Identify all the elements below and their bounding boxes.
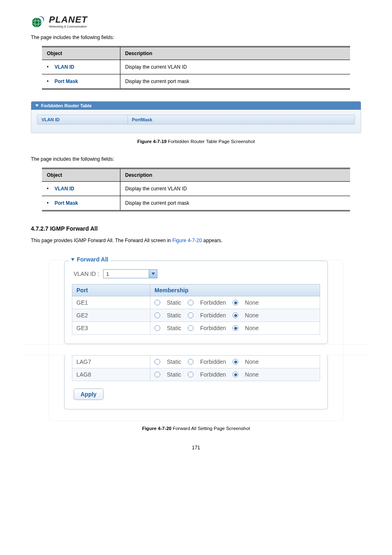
brand-logo: PLANET Networking & Communication xyxy=(31,14,361,28)
table-break xyxy=(25,344,367,356)
col-vlan-id: VLAN ID xyxy=(37,115,128,124)
forward-all-fieldset-bottom: LAG7 Static Forbidden None LAG8 xyxy=(64,355,328,409)
port-cell: GE3 xyxy=(72,322,150,335)
table-row: GE2 Static Forbidden None xyxy=(72,309,320,322)
table-row: • VLAN ID Display the current VLAN ID xyxy=(42,60,350,74)
th-membership: Membership xyxy=(150,284,320,296)
forbidden-router-panel: Forbbiden Router Table VLAN ID PortMask xyxy=(31,101,361,133)
table-row: • VLAN ID Display the current VLAN ID xyxy=(42,182,350,196)
intro-text-1: The page includes the following fields: xyxy=(31,35,361,40)
radio-static[interactable] xyxy=(154,372,160,377)
dropdown-button[interactable] xyxy=(149,270,157,278)
vlan-id-value: 1 xyxy=(104,271,149,277)
radio-none[interactable] xyxy=(233,359,238,365)
forward-all-panel: Forward All VLAN ID : 1 Port Membership xyxy=(49,261,343,420)
obj-desc: Display the current port mask xyxy=(120,74,350,89)
table-row: GE3 Static Forbidden None xyxy=(72,322,320,335)
table-row: LAG7 Static Forbidden None xyxy=(72,356,320,368)
chevron-down-icon xyxy=(152,273,155,275)
object-description-table-1: Object Description • VLAN ID Display the… xyxy=(42,46,350,90)
radio-forbidden[interactable] xyxy=(188,325,194,331)
table-row: GE1 Static Forbidden None xyxy=(72,296,320,309)
radio-none[interactable] xyxy=(233,312,238,318)
vlan-id-select[interactable]: 1 xyxy=(103,269,157,278)
obj-desc: Display the current VLAN ID xyxy=(120,60,350,74)
panel-title-bar[interactable]: Forbbiden Router Table xyxy=(31,102,361,110)
port-cell: LAG8 xyxy=(72,368,150,381)
figure-caption-1: Figure 4-7-19 Forbidden Router Table Pag… xyxy=(31,139,361,144)
section-text: This page provides IGMP Forward All. The… xyxy=(31,238,361,243)
col-port-mask: PortMask xyxy=(128,115,355,124)
radio-none[interactable] xyxy=(233,325,238,331)
forward-all-table-top: Port Membership GE1 Static Forbidden Non… xyxy=(72,284,320,335)
forward-all-fieldset: Forward All VLAN ID : 1 Port Membership xyxy=(64,261,328,344)
th-description: Description xyxy=(120,169,350,182)
object-description-table-2: Object Description • VLAN ID Display the… xyxy=(42,168,350,211)
radio-forbidden[interactable] xyxy=(188,300,194,305)
radio-static[interactable] xyxy=(154,300,160,305)
figure-link[interactable]: Figure 4-7-20 xyxy=(172,238,202,243)
port-cell: GE1 xyxy=(72,296,150,309)
radio-forbidden[interactable] xyxy=(188,372,194,377)
apply-button[interactable]: Apply xyxy=(74,388,104,400)
logo-name: PLANET xyxy=(49,15,88,24)
vlan-id-label: VLAN ID : xyxy=(74,271,99,277)
th-port: Port xyxy=(72,284,150,296)
table-row: • Port Mask Display the current port mas… xyxy=(42,74,350,89)
radio-label-none: None xyxy=(245,299,258,306)
th-object: Object xyxy=(42,169,120,182)
radio-label-static: Static xyxy=(167,299,181,306)
obj-label: Port Mask xyxy=(55,79,78,84)
forward-all-legend[interactable]: Forward All xyxy=(69,256,111,263)
obj-desc: Display the current port mask xyxy=(120,196,350,211)
forward-all-table-bottom: LAG7 Static Forbidden None LAG8 xyxy=(72,355,320,381)
collapse-icon xyxy=(35,104,39,107)
figure-caption-2: Figure 4-7-20 Forward All Setting Page S… xyxy=(31,426,361,431)
th-object: Object xyxy=(42,47,120,60)
radio-none[interactable] xyxy=(233,372,238,377)
radio-static[interactable] xyxy=(154,312,160,318)
port-cell: LAG7 xyxy=(72,356,150,368)
table-row: LAG8 Static Forbidden None xyxy=(72,368,320,381)
radio-forbidden[interactable] xyxy=(188,312,194,318)
obj-label: VLAN ID xyxy=(55,186,74,192)
radio-static[interactable] xyxy=(154,325,160,331)
port-cell: GE2 xyxy=(72,309,150,322)
collapse-icon xyxy=(71,258,74,261)
svg-point-0 xyxy=(32,18,42,27)
radio-static[interactable] xyxy=(154,359,160,365)
panel-title: Forbbiden Router Table xyxy=(41,103,92,108)
logo-tagline: Networking & Communication xyxy=(49,25,88,28)
th-description: Description xyxy=(120,47,350,60)
page-number: 171 xyxy=(31,445,361,451)
radio-none[interactable] xyxy=(233,300,238,305)
obj-label: VLAN ID xyxy=(55,64,74,70)
radio-forbidden[interactable] xyxy=(188,359,194,365)
planet-globe-icon xyxy=(31,14,46,28)
forbidden-header-row: VLAN ID PortMask xyxy=(37,115,355,125)
intro-text-2: The page includes the following fields: xyxy=(31,156,361,162)
section-heading: 4.7.2.7 IGMP Forward All xyxy=(31,225,361,232)
obj-label: Port Mask xyxy=(55,200,78,206)
table-row: • Port Mask Display the current port mas… xyxy=(42,196,350,211)
radio-label-forbidden: Forbidden xyxy=(200,299,226,306)
obj-desc: Display the current VLAN ID xyxy=(120,182,350,196)
